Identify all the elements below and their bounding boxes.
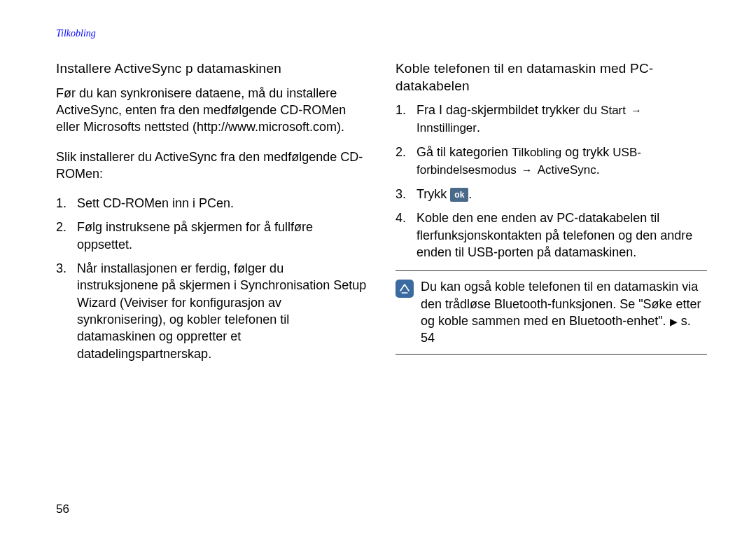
step2-ui-activesync: ActiveSync	[538, 163, 596, 177]
step3-post: .	[468, 187, 472, 201]
note-text-body: Du kan også koble telefonen til en datam…	[421, 280, 701, 328]
left-step-3: Når installasjonen er ferdig, følger du …	[56, 260, 368, 362]
left-intro: Før du kan synkronisere dataene, må du i…	[56, 85, 368, 136]
section-header: Tilkobling	[56, 28, 707, 39]
ok-icon: ok	[450, 188, 468, 202]
right-step-3: Trykk ok.	[396, 186, 707, 202]
step1-ui-start: Start	[601, 104, 626, 117]
step3-pre: Trykk	[416, 187, 450, 201]
arrow-icon: →	[520, 163, 534, 178]
right-step-1: Fra I dag-skjermbildet trykker du Start …	[396, 102, 707, 137]
left-step-1: Sett CD-ROMen inn i PCen.	[56, 195, 368, 212]
note-box: Du kan også koble telefonen til en datam…	[396, 270, 707, 354]
right-subheading: Koble telefonen til en datamaskin med PC…	[396, 60, 707, 95]
step2-post: .	[596, 163, 600, 177]
right-step-2: Gå til kategorien Tilkobling og trykk US…	[396, 144, 707, 179]
note-icon	[396, 280, 414, 298]
left-column: Installere ActiveSync p datamaskinen Før…	[56, 60, 368, 369]
right-steps: Fra I dag-skjermbildet trykker du Start …	[396, 102, 707, 261]
step1-pre: Fra I dag-skjermbildet trykker du	[416, 103, 601, 117]
step2-mid: og trykk	[561, 145, 612, 159]
content-columns: Installere ActiveSync p datamaskinen Før…	[56, 60, 707, 369]
right-column: Koble telefonen til en datamaskin med PC…	[396, 60, 707, 369]
left-subheading: Installere ActiveSync p datamaskinen	[56, 60, 368, 78]
right-step-4: Koble den ene enden av PC-datakabelen ti…	[396, 209, 707, 261]
left-steps: Sett CD-ROMen inn i PCen. Følg instrukse…	[56, 195, 368, 362]
left-lead-in: Slik installerer du ActiveSync fra den m…	[56, 149, 368, 183]
step1-ui-settings: Innstillinger	[416, 121, 477, 135]
step1-post: .	[477, 121, 480, 135]
step2-pre: Gå til kategorien	[416, 145, 512, 159]
page-number: 56	[56, 502, 69, 516]
triangle-icon: ▶	[670, 316, 678, 327]
note-text: Du kan også koble telefonen til en datam…	[421, 278, 707, 346]
step2-ui-tilkobling: Tilkobling	[512, 146, 561, 159]
arrow-icon: →	[629, 103, 643, 118]
left-step-2: Følg instruksene på skjermen for å fullf…	[56, 219, 368, 253]
